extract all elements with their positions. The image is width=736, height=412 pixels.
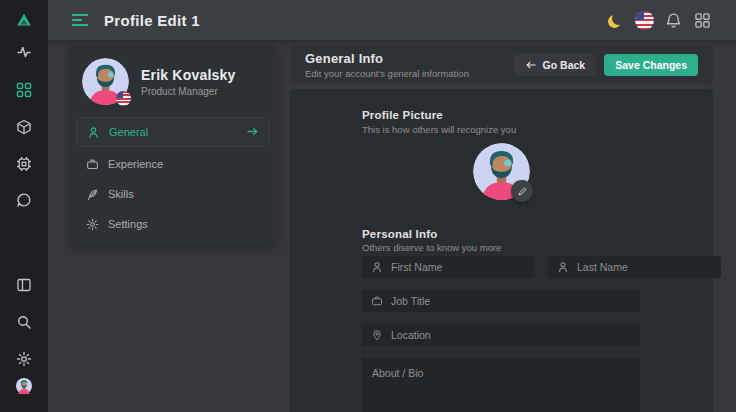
- app-logo-icon[interactable]: [11, 7, 37, 33]
- user-name: Erik Kovalsky: [141, 67, 235, 83]
- briefcase-icon: [371, 295, 383, 307]
- personal-info-subtitle: Others diserve to know you more: [362, 242, 501, 253]
- save-changes-button[interactable]: Save Changes: [604, 54, 698, 76]
- about-bio-textarea[interactable]: [362, 358, 640, 412]
- section-header-subtitle: Edit your account's general information: [305, 68, 469, 79]
- person-icon: [87, 126, 100, 139]
- profile-card: Erik Kovalsky Product Manager: [68, 45, 278, 115]
- apps-grid-icon[interactable]: [692, 10, 712, 30]
- profile-menu: General Experience Skills Settings: [68, 115, 278, 241]
- personal-info-title: Personal Info: [362, 228, 437, 240]
- profile-picture: [473, 143, 530, 200]
- feather-icon: [86, 188, 99, 201]
- edit-avatar-button[interactable]: [511, 180, 533, 202]
- last-name-input[interactable]: [577, 261, 712, 273]
- general-info-body: Profile Picture This is how others will …: [290, 89, 713, 412]
- arrow-left-icon: [525, 59, 537, 71]
- menu-item-label: General: [109, 126, 148, 138]
- user-role: Product Manager: [141, 86, 235, 97]
- person-icon: [371, 261, 383, 273]
- location-input[interactable]: [391, 329, 631, 341]
- activity-icon[interactable]: [14, 42, 34, 62]
- personal-info-form: [362, 256, 640, 412]
- arrow-right-icon: [246, 125, 259, 140]
- profile-picture-subtitle: This is how others will recognize you: [362, 124, 516, 135]
- location-field[interactable]: [362, 324, 640, 346]
- topbar: Profile Edit 1: [48, 0, 736, 40]
- nationality-flag-badge: [116, 91, 131, 106]
- menu-item-label: Experience: [108, 158, 163, 170]
- cpu-icon[interactable]: [14, 154, 34, 174]
- map-pin-icon: [371, 329, 383, 341]
- sidebar: [0, 0, 48, 412]
- first-name-field[interactable]: [362, 256, 535, 278]
- profile-sidebar-panel: Erik Kovalsky Product Manager General Ex…: [68, 45, 278, 245]
- general-info-header: General Info Edit your account's general…: [290, 45, 713, 84]
- menu-item-general[interactable]: General: [76, 117, 270, 147]
- package-box-icon[interactable]: [14, 117, 34, 137]
- search-icon[interactable]: [14, 312, 34, 332]
- page-title: Profile Edit 1: [104, 12, 200, 29]
- layout-icon[interactable]: [14, 275, 34, 295]
- menu-item-skills[interactable]: Skills: [76, 179, 270, 209]
- person-icon: [557, 261, 569, 273]
- chat-icon[interactable]: [14, 190, 34, 210]
- last-name-field[interactable]: [548, 256, 721, 278]
- settings-gear-icon[interactable]: [14, 349, 34, 369]
- job-title-field[interactable]: [362, 290, 640, 312]
- language-flag-icon[interactable]: [634, 10, 654, 30]
- menu-toggle-icon[interactable]: [72, 14, 90, 26]
- profile-picture-title: Profile Picture: [362, 109, 443, 121]
- notifications-bell-icon[interactable]: [663, 10, 683, 30]
- sidebar-user-avatar[interactable]: [8, 370, 40, 402]
- briefcase-icon: [86, 158, 99, 171]
- dashboard-grid-icon[interactable]: [14, 80, 34, 100]
- pencil-icon: [517, 186, 528, 197]
- menu-item-label: Skills: [108, 188, 134, 200]
- menu-item-experience[interactable]: Experience: [76, 149, 270, 179]
- gear-icon: [86, 218, 99, 231]
- dark-mode-moon-icon[interactable]: [605, 10, 625, 30]
- section-header-title: General Info: [305, 51, 469, 66]
- menu-item-label: Settings: [108, 218, 148, 230]
- menu-item-settings[interactable]: Settings: [76, 209, 270, 239]
- first-name-input[interactable]: [391, 261, 526, 273]
- job-title-input[interactable]: [391, 295, 631, 307]
- go-back-button[interactable]: Go Back: [514, 54, 597, 76]
